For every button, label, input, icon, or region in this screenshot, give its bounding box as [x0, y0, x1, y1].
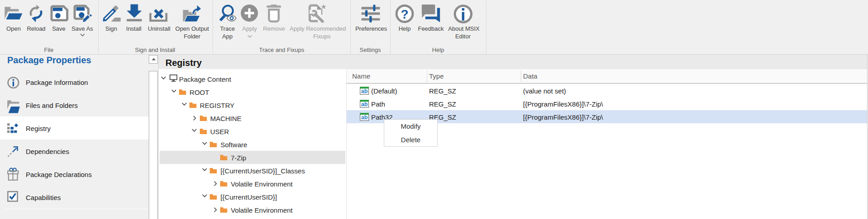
svg-text:?: ? [401, 7, 408, 21]
